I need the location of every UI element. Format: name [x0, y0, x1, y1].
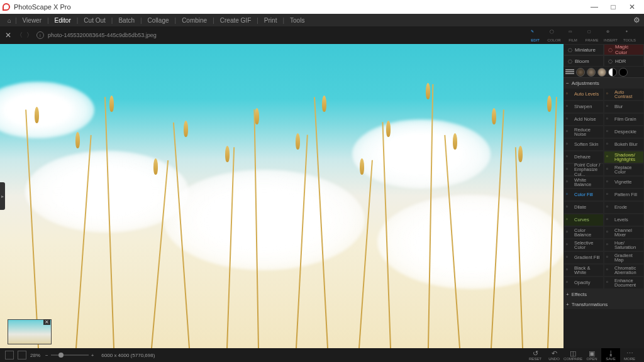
- close-file-button[interactable]: ✕: [5, 31, 11, 40]
- thumbnail-close-icon[interactable]: ✕: [43, 319, 50, 325]
- swatch-5[interactable]: [619, 68, 628, 77]
- adjust-bokeh-blur[interactable]: ▫Bokeh Blur: [604, 138, 644, 151]
- panel-hdr[interactable]: ◌HDR: [604, 55, 644, 67]
- tool-frame[interactable]: ▢FRAME: [582, 26, 601, 44]
- window-titlebar: PhotoScape X Pro — □ ✕: [0, 0, 644, 14]
- zoom-in-icon[interactable]: +: [91, 353, 94, 358]
- menu-create-gif[interactable]: Create GIF: [216, 16, 255, 25]
- status-bar: 28% − + 6000 x 4000 (5770,698) ↺RESET↶UN…: [0, 348, 644, 362]
- adjust-pattern-fill[interactable]: ▫Pattern Fill: [604, 189, 644, 201]
- settings-gear-icon[interactable]: ⚙: [633, 16, 640, 25]
- tool-edit[interactable]: ✎EDIT: [526, 26, 545, 44]
- section-transformations[interactable]: +Transformations: [564, 299, 644, 309]
- filename-label: photo-1455320083645-445c9db5db53.jpeg: [48, 32, 157, 38]
- adjust-point-color-emphasize-col[interactable]: ▫Point Color / Emphasize Col...: [564, 163, 604, 176]
- adjust-gradient-map[interactable]: ▫Gradient Map: [604, 251, 644, 264]
- adjust-channel-mixer[interactable]: ▫Channel Mixer: [604, 226, 644, 239]
- tool-tools[interactable]: ✦TOOLS: [620, 26, 639, 44]
- adjust-film-grain[interactable]: ▫Film Grain: [604, 113, 644, 126]
- adjust-replace-color[interactable]: ▫Replace Color: [604, 163, 644, 176]
- adjust-auto-levels[interactable]: ▫Auto Levels: [564, 88, 604, 101]
- status-open-button[interactable]: ▣OPEN: [582, 348, 601, 362]
- window-close-button[interactable]: ✕: [623, 3, 641, 11]
- zoom-level: 28%: [30, 353, 40, 358]
- adjust-add-noise[interactable]: ▫Add Noise: [564, 113, 604, 126]
- tool-insert[interactable]: ⊕INSERT: [601, 26, 620, 44]
- adjust-levels[interactable]: ▫Levels: [604, 214, 644, 226]
- info-icon[interactable]: i: [36, 31, 44, 39]
- menu-tools[interactable]: Tools: [286, 16, 309, 25]
- adjust-hue-saturation[interactable]: ▫Hue/ Saturation: [604, 239, 644, 251]
- fit-screen-button[interactable]: [5, 351, 14, 359]
- adjust-vignette[interactable]: ▫Vignette: [604, 176, 644, 189]
- tool-color[interactable]: ◯COLOR: [545, 26, 564, 44]
- adjust-auto-contrast[interactable]: ▫Auto Contrast: [604, 88, 644, 101]
- home-icon[interactable]: ⌂: [5, 16, 14, 25]
- tool-film[interactable]: ▭FILM: [564, 26, 582, 44]
- adjust-opacity[interactable]: ▫Opacity: [564, 277, 604, 289]
- panel-bloom[interactable]: ◌Bloom: [564, 55, 604, 67]
- swatch-3[interactable]: [597, 68, 606, 77]
- menu-print[interactable]: Print: [260, 16, 282, 25]
- adjust-erode[interactable]: ▫Erode: [604, 201, 644, 214]
- swatch-1[interactable]: [576, 68, 585, 77]
- status-more-button[interactable]: ⋯MORE: [620, 348, 639, 362]
- swatch-2[interactable]: [587, 68, 596, 77]
- status-compare-button[interactable]: ◫COMPARE: [564, 348, 582, 362]
- adjust-color-balance[interactable]: ▫Color Balance: [564, 226, 604, 239]
- swatch-4[interactable]: [608, 68, 617, 77]
- adjust-dehaze[interactable]: ▫Dehaze: [564, 151, 604, 163]
- menu-combine[interactable]: Combine: [177, 16, 211, 25]
- menu-cut-out[interactable]: Cut Out: [79, 16, 109, 25]
- adjust-despeckle[interactable]: ▫Despeckle: [604, 126, 644, 138]
- adjust-curves[interactable]: ▫Curves: [564, 214, 604, 226]
- adjust-sharpen[interactable]: ▫Sharpen: [564, 101, 604, 113]
- app-logo-icon: [3, 3, 10, 11]
- panel-magic[interactable]: ◌Magic Color: [604, 44, 644, 55]
- section-effects[interactable]: +Effects: [564, 289, 644, 299]
- panel-miniature[interactable]: ◌Miniature: [564, 44, 604, 55]
- window-minimize-button[interactable]: —: [585, 3, 604, 11]
- preset-swatches: [564, 67, 644, 78]
- section-adjustments[interactable]: −Adjustments: [564, 78, 644, 88]
- menu-bar: ⌂ | Viewer|Editor|Cut Out|Batch|Collage|…: [0, 14, 644, 26]
- adjust-black-white[interactable]: ▫Black & White: [564, 264, 604, 277]
- thumbnail-preview[interactable]: ✕: [8, 319, 52, 344]
- window-maximize-button[interactable]: □: [604, 3, 623, 11]
- adjust-enhance-document[interactable]: ▫Enhance Document: [604, 277, 644, 289]
- image-dimensions: 6000 x 4000 (5770,698): [101, 353, 155, 358]
- menu-collage[interactable]: Collage: [143, 16, 174, 25]
- next-image-button[interactable]: 〉: [26, 31, 33, 40]
- actual-size-button[interactable]: [18, 351, 26, 359]
- adjust-shadows-highlights[interactable]: ▫Shadows/ Highlights: [604, 151, 644, 163]
- adjust-chromatic-aberration[interactable]: ▫Chromatic Aberration: [604, 264, 644, 277]
- editor-toolbar: ✕ 〈 〉 i photo-1455320083645-445c9db5db53…: [0, 26, 644, 44]
- adjust-blur[interactable]: ▫Blur: [604, 101, 644, 113]
- list-view-icon[interactable]: [565, 69, 574, 75]
- status-undo-button[interactable]: ↶UNDO: [545, 348, 564, 362]
- menu-editor[interactable]: Editor: [50, 16, 75, 25]
- adjust-white-balance[interactable]: ▫White Balance: [564, 176, 604, 189]
- zoom-slider[interactable]: − +: [45, 353, 94, 358]
- adjust-dilate[interactable]: ▫Dilate: [564, 201, 604, 214]
- adjust-soften-skin[interactable]: ▫Soften Skin: [564, 138, 604, 151]
- prev-image-button[interactable]: 〈: [16, 31, 23, 40]
- status-save-button[interactable]: ⭳SAVE: [601, 348, 620, 362]
- adjust-color-fill[interactable]: ▫Color Fill: [564, 189, 604, 201]
- adjust-reduce-noise[interactable]: ▫Reduce Noise: [564, 126, 604, 138]
- app-title: PhotoScape X Pro: [14, 3, 71, 11]
- panel-expand-handle[interactable]: ▸: [0, 182, 5, 210]
- adjust-selective-color[interactable]: ▫Selective Color: [564, 239, 604, 251]
- image-canvas[interactable]: ▸ ✕: [0, 44, 564, 348]
- status-reset-button[interactable]: ↺RESET: [526, 348, 545, 362]
- menu-viewer[interactable]: Viewer: [18, 16, 46, 25]
- menu-batch[interactable]: Batch: [114, 16, 139, 25]
- right-panel: ◌Miniature◌Magic Color◌Bloom◌HDR −Adjust…: [564, 44, 644, 348]
- adjust-gradient-fill[interactable]: ▫Gradient Fill: [564, 251, 604, 264]
- main-area: ▸ ✕ ◌Miniature◌Magic Color◌Bloom◌HDR −Ad…: [0, 44, 644, 348]
- zoom-out-icon[interactable]: −: [45, 353, 48, 358]
